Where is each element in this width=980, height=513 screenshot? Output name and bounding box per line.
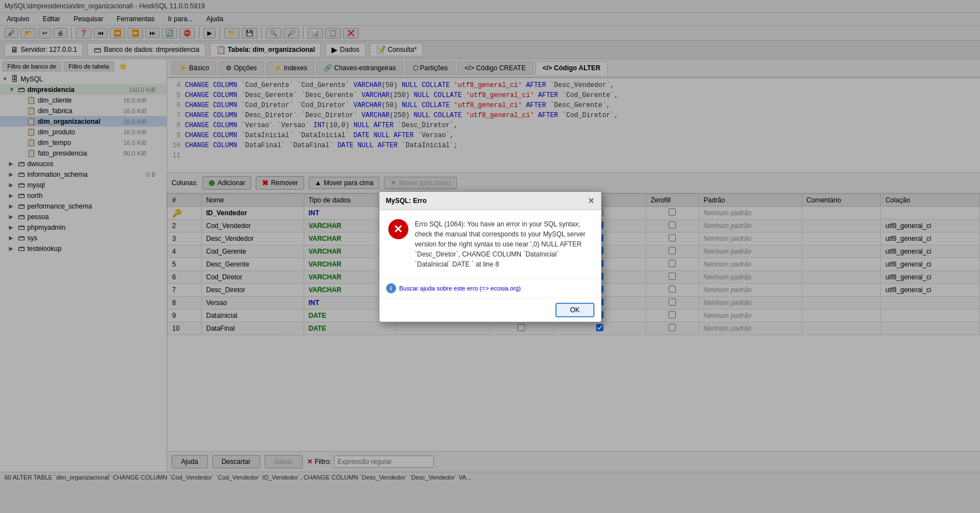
modal-close-btn[interactable]: ✕ [588,196,594,205]
modal-footer: OK [379,298,601,322]
modal-title-bar: MySQL: Erro ✕ [379,192,601,210]
modal-title-text: MySQL: Erro [386,197,427,205]
modal-body: ✕ Erro SQL (1064): You have an error in … [379,210,601,278]
help-link-text: Buscar ajuda sobre este erro (=> ecosia.… [399,285,521,292]
info-icon: i [386,283,396,293]
modal-help-link[interactable]: i Buscar ajuda sobre este erro (=> ecosi… [379,278,601,298]
modal-overlay[interactable]: MySQL: Erro ✕ ✕ Erro SQL (1064): You hav… [0,0,980,482]
modal-ok-btn[interactable]: OK [555,303,594,317]
error-dialog: MySQL: Erro ✕ ✕ Erro SQL (1064): You hav… [379,191,602,322]
error-icon: ✕ [388,219,408,239]
modal-message-text: Erro SQL (1064): You have an error in yo… [415,219,592,269]
